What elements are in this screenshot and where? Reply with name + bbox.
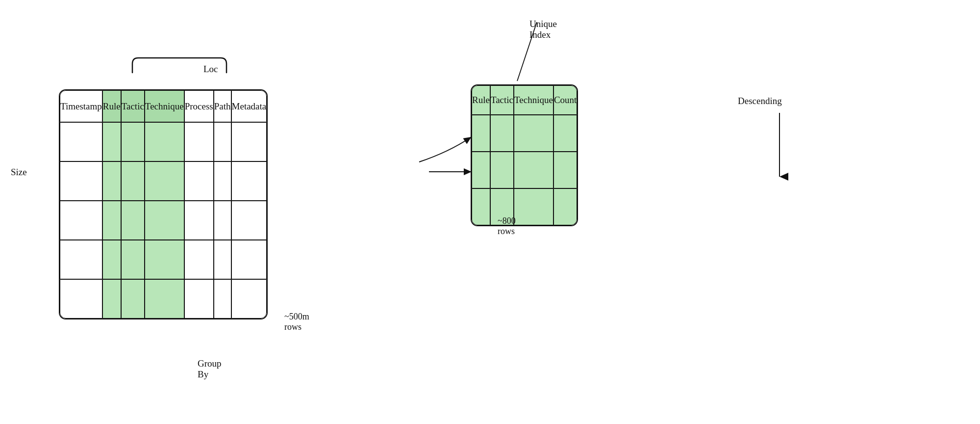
cell [184,279,214,318]
cell [184,201,214,240]
cell-green [121,279,145,318]
right-cell [553,152,577,188]
col-technique: Technique [145,90,184,122]
cell [60,122,102,161]
cell [214,161,231,201]
cell [214,122,231,161]
cell [184,161,214,201]
right-col-count: Count [553,85,577,115]
cell [231,279,267,318]
right-table-row [472,115,577,152]
right-col-tactic: Tactic [490,85,514,115]
cell [60,161,102,201]
table-row [60,161,267,201]
cell [231,122,267,161]
cell-green [121,201,145,240]
right-table-header-row: Rule Tactic Technique Count [472,85,577,115]
col-tactic: Tactic [121,90,145,122]
right-cell [472,188,490,225]
cell-green [121,122,145,161]
table-header-row: Timestamp Rule Tactic Technique Process … [60,90,267,122]
cell [231,240,267,279]
right-cell [553,115,577,152]
right-table-row [472,152,577,188]
cell [60,279,102,318]
right-cell [490,152,514,188]
rows-label-left: ~500m rows [284,312,309,332]
right-cell [472,115,490,152]
right-cell [490,115,514,152]
cell [184,240,214,279]
descending-label: Descending [738,96,782,106]
table-row [60,122,267,161]
groupby-label: Group By [198,358,222,380]
diagram-container: Loc Size Group By Timestamp Rule Tactic … [0,0,980,424]
right-cell [553,188,577,225]
cell [214,201,231,240]
cell-green [145,240,184,279]
right-cell [514,152,553,188]
cell-green [102,161,121,201]
col-rule: Rule [102,90,121,122]
cell-green [145,279,184,318]
cell-green [102,201,121,240]
cell-green [102,279,121,318]
right-table-row [472,188,577,225]
table-row [60,240,267,279]
size-label: Size [11,167,27,178]
cell-green [145,161,184,201]
cell [214,279,231,318]
right-col-rule: Rule [472,85,490,115]
cell-green [121,161,145,201]
right-cell [514,115,553,152]
main-table: Timestamp Rule Tactic Technique Process … [59,89,268,319]
unique-index-label: Unique Index [529,19,557,40]
cell [214,240,231,279]
cell [60,201,102,240]
cell-green [145,201,184,240]
cell [184,122,214,161]
right-cell [514,188,553,225]
col-path: Path [214,90,231,122]
right-table: Rule Tactic Technique Count [471,84,578,226]
cell-green [102,122,121,161]
cell-green [145,122,184,161]
col-metadata: Metadata [231,90,267,122]
right-cell [472,152,490,188]
table-row [60,279,267,318]
col-timestamp: Timestamp [60,90,102,122]
cell [231,201,267,240]
rows-label-right: ~800 rows [498,216,516,237]
loc-label: Loc [203,64,218,75]
cell-green [121,240,145,279]
col-process: Process [184,90,214,122]
table-row [60,201,267,240]
cell [60,240,102,279]
cell [231,161,267,201]
cell-green [102,240,121,279]
right-col-technique: Technique [514,85,553,115]
